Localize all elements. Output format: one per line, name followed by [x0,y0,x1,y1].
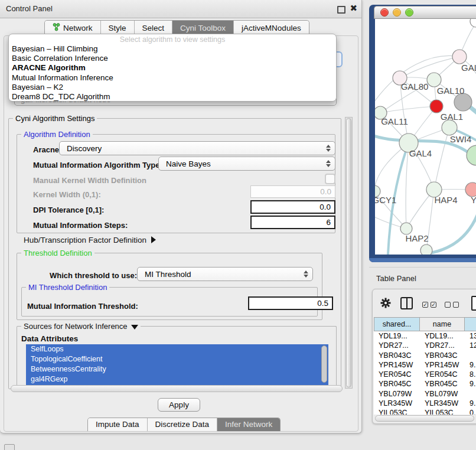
column-header-name[interactable]: name [420,317,465,331]
select-all-checkboxes-icon[interactable]: ✓✓ [422,302,436,308]
cyni-mode-tabs: Impute DataDiscretize DataInfer Network [87,418,281,431]
column-header-shared[interactable]: shared... [374,317,420,331]
column-header-clipped[interactable] [465,317,476,331]
node-label-gal10: GAL10 [437,86,465,96]
table-horizontal-scrollbar[interactable] [375,415,474,422]
table-row[interactable]: YBR045CYBR045C9. [374,379,476,389]
tab-infer-network[interactable]: Infer Network [217,418,280,431]
mi-type-combobox[interactable]: Naive Bayes [158,156,335,171]
network-node[interactable] [427,73,441,87]
zoom-traffic-light-icon[interactable] [405,8,413,17]
table-cell: YIL053C [374,408,420,415]
tab-label: jActiveMNodules [242,24,301,32]
node-label-gal1: GAL1 [441,112,463,122]
table-row[interactable]: YPR145WYPR145W9. [374,360,476,370]
close-traffic-light-icon[interactable] [380,8,389,17]
network-node[interactable] [430,100,443,113]
table-row[interactable]: YBL079WYBL079W [374,389,476,399]
table-row[interactable]: YER054CYER054C8. [374,370,476,379]
network-edge-highlighted[interactable] [432,214,476,253]
network-window-titlebar [374,6,476,19]
network-node[interactable] [467,145,476,165]
node-label-swi4: SWI4 [450,134,472,144]
network-edge[interactable] [406,143,409,229]
tab-label: Discretize Data [155,420,210,429]
new-table-icon[interactable] [471,296,476,311]
network-node[interactable] [452,50,467,64]
tab-discretize-data[interactable]: Discretize Data [148,418,218,431]
table-cell: YBR043C [420,351,465,360]
network-canvas[interactable]: GALGAL80GAL10GAL1GAL11SWI4GAL4GCY1HAP4YH… [375,19,476,255]
dropdown-item-aracne-algorithm[interactable]: ARACNE Algorithm [9,63,336,73]
dropdown-item-dream8-dc-tdc-algorithm[interactable]: Dream8 DC_TDC Algorithm [9,92,336,102]
tab-label: Infer Network [225,420,272,429]
aracne-mode-combobox[interactable]: Discovery [59,141,335,155]
gear-icon[interactable] [380,298,391,308]
algorithm-dropdown-list: Bayesian – Hill ClimbingBasic Correlatio… [9,44,336,102]
minimize-traffic-light-icon[interactable] [393,8,401,17]
node-label-gal4: GAL4 [409,148,432,158]
settings-horizontal-scrollbar[interactable] [11,385,343,392]
dropdown-item-mutual-information-inference[interactable]: Mutual Information Inference [9,73,336,83]
network-node[interactable] [420,244,432,255]
table-row[interactable]: YLR345WYLR345W9. [374,399,476,408]
attribute-item-betweennesscentrality[interactable]: BetweennessCentrality [26,364,328,374]
table-row[interactable]: YDL19...YDL19...13 [374,331,476,341]
node-label-hap2: HAP2 [405,233,428,243]
settings-vertical-scrollbar[interactable] [345,117,353,389]
screen: { "colors": { "selection_blue": "#3f6fc7… [0,0,476,450]
aracne-mode-value: Discovery [67,144,102,153]
collapsed-panel-button[interactable] [4,444,15,450]
table-panel-title: Table Panel [376,274,416,283]
network-node[interactable] [400,223,412,234]
network-node[interactable] [442,120,457,135]
table-cell: 9. [465,379,476,389]
algorithm-definition-title: Algorithm Definition [21,130,93,139]
table-cell: YLR345W [420,399,465,408]
dropdown-item-bayesian-k2[interactable]: Bayesian – K2 [9,83,336,92]
collapse-down-icon [131,325,138,330]
tab-label: Network [63,24,93,32]
list-scrollbar-thumb[interactable] [321,345,327,383]
algorithm-dropdown-hint: Select algorithm to view settings [9,35,336,44]
close-icon[interactable]: ✖ [350,3,357,14]
which-threshold-label: Which threshold to use: [50,271,137,280]
attribute-item-gal4rgexp[interactable]: gal4RGexp [26,374,328,384]
tab-label: Select [142,24,165,32]
table-cell [465,351,476,360]
sources-group-title[interactable]: Sources for Network Inference [21,322,141,331]
network-node[interactable] [470,19,476,27]
table-row[interactable]: YBR043CYBR043C [374,351,476,360]
mi-steps-field[interactable]: 6 [250,216,335,229]
attribute-item-topologicalcoefficient[interactable]: TopologicalCoefficient [26,354,328,364]
data-attributes-list[interactable]: SelfLoopsTopologicalCoefficientBetweenne… [26,344,328,385]
node-label-y: Y [471,195,476,205]
node-label-gcy1: GCY1 [375,195,396,205]
manual-kernel-checkbox[interactable] [325,174,335,184]
network-edge[interactable] [434,128,449,190]
kernel-width-field: 0.0 [250,185,335,198]
table-cell: YER054C [374,370,420,379]
tab-label: Style [109,24,126,32]
deselect-all-checkboxes-icon[interactable] [445,302,459,308]
split-columns-icon[interactable] [400,297,413,309]
dropdown-item-basic-correlation-inference[interactable]: Basic Correlation Inference [9,54,336,63]
which-threshold-combobox[interactable]: MI Threshold [137,267,313,281]
table-toolbar: ✓✓ [373,289,476,317]
apply-button[interactable]: Apply [158,398,200,412]
network-node[interactable] [454,93,472,111]
float-window-button[interactable] [337,6,345,14]
table-cell: YPR145W [420,360,465,370]
mi-threshold-field[interactable]: 0.5 [248,296,333,310]
dropdown-item-bayesian-hill-climbing[interactable]: Bayesian – Hill Climbing [9,44,336,54]
dpi-tolerance-field[interactable]: 0.0 [250,200,335,214]
control-panel-titlebar: Control Panel ✖ [0,0,361,18]
table-panel-window: ✓✓ shared...name YDL19...YDL19...13YDR27… [372,289,476,424]
table-header-row: shared...name [374,317,476,331]
hub-definition-toggle[interactable]: Hub/Transcription Factor Definition [24,236,156,244]
tab-impute-data[interactable]: Impute Data [88,418,148,431]
node-label-gal80: GAL80 [401,81,429,92]
table-row[interactable]: YDR27...YDR27...12 [374,341,476,350]
attribute-item-selfloops[interactable]: SelfLoops [26,344,328,354]
table-row[interactable]: YIL053CYIL053C0. [374,408,476,415]
